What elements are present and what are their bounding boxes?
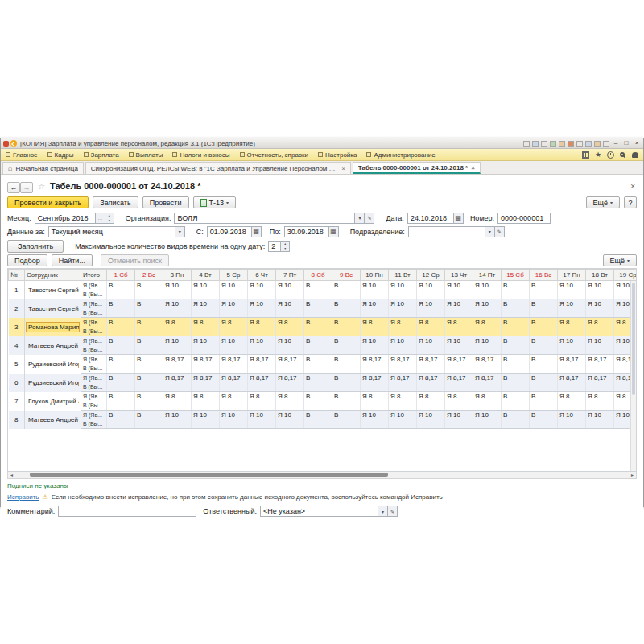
day-cell[interactable] (163, 419, 192, 429)
scroll-left-icon[interactable]: ◄ (8, 473, 15, 477)
day-cell[interactable]: В (332, 392, 361, 402)
day-cell[interactable] (361, 401, 389, 411)
day-cell[interactable] (445, 382, 473, 392)
day-cell[interactable]: Я 8,17 (361, 355, 389, 365)
day-cell[interactable]: В (135, 411, 163, 420)
day-cell[interactable]: Я 10 (220, 281, 248, 291)
max-kinds-spinner[interactable]: ▴▾ (281, 241, 290, 252)
day-cell[interactable] (192, 401, 220, 411)
row-number-cell[interactable]: 4 (9, 336, 25, 355)
department-open-button[interactable]: ✎ (495, 226, 505, 237)
day-cell[interactable] (558, 327, 586, 336)
day-cell[interactable] (361, 382, 389, 392)
day-cell[interactable]: Я 8 (192, 318, 220, 328)
day-cell[interactable]: Я 8 (276, 318, 304, 328)
from-calendar-button[interactable]: ▦ (252, 226, 262, 237)
day-cell[interactable] (417, 345, 445, 355)
day-cell[interactable]: В (107, 318, 135, 328)
day-cell[interactable]: Я 10 (192, 411, 220, 420)
day-cell[interactable]: Я 10 (276, 281, 304, 291)
day-cell[interactable]: В (304, 392, 332, 402)
date-calendar-button[interactable]: ▦ (454, 213, 464, 224)
employee-cell[interactable]: Матвеев Андрей Ве... (25, 411, 81, 429)
menu-item[interactable]: Кадры (47, 151, 74, 159)
tab[interactable]: Синхронизация ОПД, РЕЛСы WEB: в "1С Зарп… (85, 162, 351, 174)
day-cell[interactable] (192, 308, 220, 318)
day-cell[interactable] (361, 327, 389, 336)
day-cell[interactable]: В (502, 318, 530, 328)
day-cell[interactable] (502, 345, 530, 355)
day-cell[interactable] (220, 308, 248, 318)
employee-cell[interactable]: Тавостин Сергей Ма... (25, 299, 81, 318)
day-cell[interactable] (332, 382, 361, 392)
day-cell[interactable]: Я 8,17 (248, 355, 276, 365)
day-cell[interactable]: Я 8 (586, 318, 614, 328)
day-cell[interactable]: В (530, 336, 558, 346)
day-cell[interactable] (276, 382, 304, 392)
day-cell[interactable]: В (502, 411, 530, 420)
day-cell[interactable] (304, 345, 332, 355)
day-cell[interactable] (417, 364, 445, 374)
day-cell[interactable] (304, 401, 332, 411)
day-cell[interactable]: Я 8 (248, 318, 276, 328)
day-cell[interactable]: Я 10 (558, 336, 586, 346)
t13-print-button[interactable]: Т-13 ▾ (193, 196, 237, 208)
day-cell[interactable] (248, 345, 276, 355)
employee-cell[interactable]: Матвеев Андрей Ве... (25, 336, 81, 355)
titlebar-tool-icon[interactable] (585, 141, 592, 147)
day-cell[interactable] (389, 327, 417, 336)
day-cell[interactable]: Я 8 (417, 318, 445, 328)
day-cell[interactable]: Я 10 (220, 411, 248, 420)
day-cell[interactable] (389, 364, 417, 374)
day-cell[interactable] (163, 308, 192, 318)
day-cell[interactable]: В (502, 392, 530, 402)
day-cell[interactable] (417, 290, 445, 299)
day-cell[interactable]: Я 8 (220, 392, 248, 402)
day-cell[interactable]: Я 8 (163, 392, 192, 402)
day-cell[interactable]: В (135, 281, 163, 291)
day-cell[interactable]: Я 10 (192, 336, 220, 346)
day-cell[interactable]: В (530, 281, 558, 291)
responsible-field[interactable]: <Не указан> (260, 506, 378, 517)
day-cell[interactable] (192, 345, 220, 355)
day-cell[interactable] (530, 327, 558, 336)
day-cell[interactable] (304, 382, 332, 392)
employee-cell[interactable]: Рудзиевский Игорь ... (25, 355, 81, 374)
day-cell[interactable]: Я 10 (417, 336, 445, 346)
day-cell[interactable] (276, 419, 304, 429)
day-cell[interactable] (192, 419, 220, 429)
day-cell[interactable]: Я 10 (248, 299, 276, 309)
day-cell[interactable] (276, 364, 304, 374)
day-cell[interactable] (248, 290, 276, 299)
data-for-field[interactable]: Текущий месяц (48, 226, 175, 237)
day-cell[interactable]: Я 10 (558, 281, 586, 291)
titlebar-tool-icon[interactable] (603, 141, 609, 147)
day-cell[interactable] (473, 382, 502, 392)
day-cell[interactable]: Я 10 (417, 411, 445, 420)
day-cell[interactable] (558, 345, 586, 355)
day-cell[interactable]: Я 8,17 (220, 374, 248, 383)
day-cell[interactable] (389, 345, 417, 355)
day-cell[interactable] (586, 401, 614, 411)
organization-dropdown-button[interactable]: ▾ (355, 213, 365, 224)
day-cell[interactable]: Я 8,17 (445, 374, 473, 383)
day-cell[interactable] (558, 364, 586, 374)
close-icon[interactable]: × (471, 164, 475, 171)
day-cell[interactable]: Я 10 (248, 411, 276, 420)
horizontal-scrollbar-track[interactable] (15, 472, 629, 478)
day-cell[interactable] (332, 308, 361, 318)
day-cell[interactable]: Я 8 (389, 392, 417, 402)
day-cell[interactable] (276, 290, 304, 299)
day-cell[interactable]: Я 10 (163, 336, 192, 346)
day-cell[interactable]: В (502, 355, 530, 365)
day-cell[interactable] (220, 290, 248, 299)
day-cell[interactable] (332, 327, 361, 336)
menu-item[interactable]: Администрирование (366, 151, 435, 159)
day-cell[interactable] (163, 382, 192, 392)
day-cell[interactable]: Я 8,17 (220, 355, 248, 365)
day-cell[interactable] (389, 419, 417, 429)
day-cell[interactable]: Я 10 (417, 299, 445, 309)
day-cell[interactable] (417, 327, 445, 336)
day-cell[interactable] (220, 345, 248, 355)
day-cell[interactable] (248, 401, 276, 411)
